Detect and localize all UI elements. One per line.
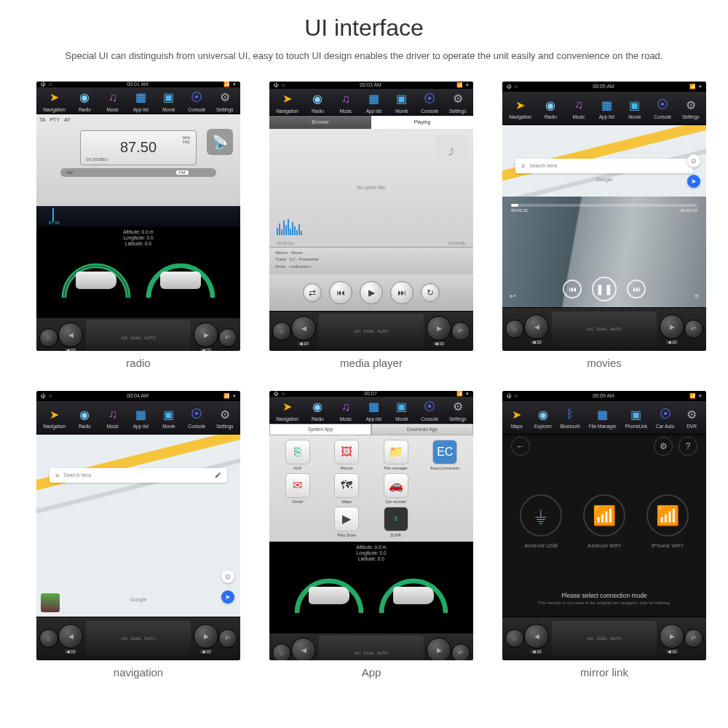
navigation-map[interactable]: ≡Search here🎤 Google ⊙ ➤: [36, 435, 240, 617]
caption-navigation: navigation: [114, 666, 163, 678]
menu-bluetooth[interactable]: ᛒBluetooth: [561, 405, 580, 429]
caption-app: App: [362, 666, 381, 678]
visualizer: [277, 218, 302, 235]
video-prev-button[interactable]: ⏮: [563, 280, 582, 298]
locate-button[interactable]: ⊙: [687, 154, 700, 167]
freq-scale[interactable]: 87.50: [36, 206, 240, 226]
menu-navigation[interactable]: ➤Navigation: [276, 90, 298, 114]
video-progress[interactable]: [511, 204, 697, 207]
app-picture[interactable]: 🖼Picture: [323, 440, 371, 470]
video-player: 00:00:31 -00:22:52 ⏮ ❚❚ ⏭ ↩ ≡: [502, 197, 706, 307]
shuffle-button[interactable]: ⇄: [303, 283, 322, 302]
radio-panel: TA PTY AF 87.50 MHzFM1 DX STEREO 📡 AM FM: [36, 114, 240, 206]
top-menu: ➤Navigation ◉Radio ♫Music ▦App list ▣Mov…: [36, 87, 240, 114]
tab-download-app[interactable]: Download App: [371, 424, 473, 435]
next-button[interactable]: ⏭: [390, 281, 414, 304]
settings-button[interactable]: ⚙: [654, 437, 673, 456]
menu-music[interactable]: ♫Music: [104, 89, 122, 112]
map-logo: Google: [130, 597, 147, 602]
layers-thumb[interactable]: [41, 593, 60, 612]
back-knob[interactable]: ↶: [218, 328, 237, 347]
band-bar[interactable]: AM FM: [60, 168, 216, 177]
menu-filemanager[interactable]: ▦File Manager: [589, 405, 617, 429]
menu-phonelink[interactable]: ▣PhoneLink: [625, 405, 648, 429]
page-title: UI interface: [29, 15, 699, 41]
screen-app: ⏻⌂00:07📶▾ ➤Navigation ◉Radio ♫Music ▦App…: [269, 391, 473, 660]
ac-panel[interactable]: A/C DUAL AUTO: [86, 320, 191, 351]
menu-dvr[interactable]: ⚙DVR: [683, 405, 700, 429]
app-zlink[interactable]: ZZLINK: [372, 507, 420, 537]
screen-navigation: ⏻⌂00:04 AM📶▾ ➤Navigation ◉Radio ♫Music ▦…: [36, 391, 240, 660]
app-filemanager[interactable]: 📁File manager: [372, 440, 420, 470]
antenna-icon[interactable]: 📡: [207, 129, 233, 155]
pty-button[interactable]: PTY: [50, 117, 60, 122]
tab-browse[interactable]: Browse: [269, 116, 371, 129]
conn-android-usb[interactable]: ⏚ Android USB: [520, 494, 562, 549]
home-knob[interactable]: ⌂: [39, 328, 58, 347]
search-input[interactable]: ≡Search here: [515, 159, 693, 173]
app-aux[interactable]: ⎘AUX: [274, 440, 322, 470]
screen-movies: ⏻⌂00:05 AM📶▾ ➤Navigation ◉Radio ♫Music ▦…: [502, 82, 706, 351]
caption-media: media player: [340, 357, 403, 369]
return-icon[interactable]: ↩: [510, 292, 515, 300]
app-maps[interactable]: 🗺Maps: [323, 473, 371, 504]
vol-left[interactable]: ◀: [58, 323, 83, 347]
prev-button[interactable]: ⏮: [329, 281, 352, 304]
mic-icon[interactable]: 🎤: [215, 472, 221, 478]
app-carmonitor[interactable]: 🚗Car monitor: [372, 473, 420, 504]
video-next-button[interactable]: ⏭: [627, 280, 646, 298]
conn-iphone-wifi[interactable]: 📶 iPhone WiFi: [646, 494, 689, 549]
repeat-button[interactable]: ↻: [421, 283, 440, 302]
screen-media: ⏻⌂00:03 AM📶▾ ➤Navigation ◉Radio ♫Music ▦…: [269, 82, 473, 351]
app-gmail[interactable]: ✉Gmail: [274, 473, 322, 504]
page-subtitle: Special UI can distinguish from universa…: [29, 49, 699, 63]
freq-display: 87.50 MHzFM1 DX STEREO: [80, 130, 197, 165]
af-button[interactable]: AF: [64, 117, 71, 122]
app-grid: ⎘AUX 🖼Picture 📁File manager ECEasyConnec…: [269, 435, 473, 542]
status-bar: ⏻⌂ 00:01 AM 📶▾: [36, 82, 240, 87]
menu-maps[interactable]: ➤Maps: [508, 405, 526, 429]
power-icon: ⏻: [41, 82, 46, 87]
menu-carauto[interactable]: ⦿Car Auto: [656, 405, 674, 429]
menu-radio[interactable]: ◉Radio: [76, 89, 93, 112]
locate-button[interactable]: ⊙: [221, 570, 234, 583]
wifi-icon: 📶: [223, 82, 230, 87]
list-icon[interactable]: ≡: [695, 292, 699, 300]
directions-button[interactable]: ➤: [687, 175, 700, 188]
directions-button[interactable]: ➤: [221, 590, 234, 604]
help-button[interactable]: ?: [678, 437, 697, 456]
menu-applist[interactable]: ▦App list: [132, 89, 149, 112]
tab-playing[interactable]: Playing: [371, 116, 473, 129]
ta-button[interactable]: TA: [39, 117, 45, 122]
tab-system-app[interactable]: System App: [269, 424, 371, 435]
bottom-controls: ⌂ ◀◀ 10 A/C DUAL AUTO ▶◀ 10 ↶: [36, 317, 240, 351]
menu-navigation[interactable]: ➤Navigation: [43, 89, 66, 112]
menu-explorer[interactable]: ◉Explorer: [534, 405, 552, 429]
back-button[interactable]: ←: [511, 437, 530, 456]
gauge-left: [56, 249, 136, 314]
menu-settings[interactable]: ⚙Settings: [216, 89, 234, 112]
home-icon: ⌂: [49, 82, 52, 87]
app-easyconnection[interactable]: ECEasyConnection: [422, 440, 470, 470]
caption-movies: movies: [587, 357, 622, 369]
screen-radio: ⏻⌂ 00:01 AM 📶▾ ➤Navigation ◉Radio ♫Music…: [36, 82, 240, 351]
map-logo: Google: [596, 177, 613, 182]
search-input[interactable]: ≡Search here🎤: [50, 468, 227, 483]
vol-right[interactable]: ▶: [194, 323, 218, 347]
caption-mirror: mirror link: [580, 666, 628, 678]
menu-console[interactable]: ⦿Console: [188, 89, 205, 112]
track-info: Album: Music Track: DJ - Firestarter Art…: [269, 247, 473, 274]
menu-icon: ≡: [521, 162, 525, 170]
status-time: 00:01 AM: [127, 82, 149, 87]
mirror-footer: Please select connection mode This versi…: [502, 586, 706, 617]
map-area[interactable]: ≡Search here ⊙ ➤ Google: [502, 125, 706, 197]
conn-android-wifi[interactable]: 📶 Android WiFi: [583, 494, 625, 549]
gauge-right: [141, 249, 221, 314]
app-playstore[interactable]: ▶Play Store: [323, 507, 371, 537]
play-button[interactable]: ▶: [360, 281, 383, 304]
menu-movie[interactable]: ▣Movie: [160, 89, 178, 112]
album-art-icon: ♪: [435, 135, 467, 167]
video-pause-button[interactable]: ❚❚: [592, 277, 617, 301]
freq-value: 87.50: [120, 139, 157, 156]
lyrics-area: No lyrics file! ♪ 00:00:16s 00:03:58s: [269, 129, 473, 247]
